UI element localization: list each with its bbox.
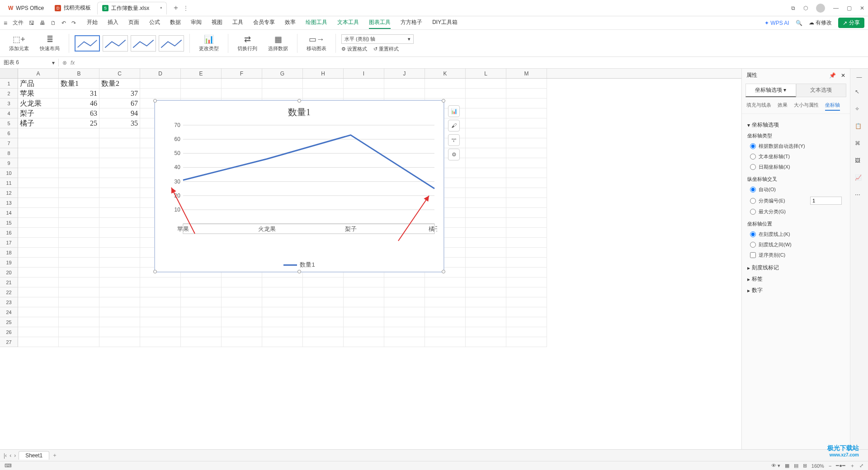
- section-axis-options[interactable]: ▾ 坐标轴选项: [747, 121, 844, 129]
- add-element-button[interactable]: ⬚+ 添加元素: [5, 34, 33, 52]
- window-icon[interactable]: ⧉: [791, 5, 795, 11]
- sheet-tab-1[interactable]: Sheet1: [19, 451, 49, 460]
- cell[interactable]: [384, 79, 425, 89]
- cell[interactable]: [59, 327, 99, 337]
- cell[interactable]: [99, 317, 140, 327]
- col-B[interactable]: B: [59, 69, 99, 78]
- row-header[interactable]: 4: [0, 108, 18, 118]
- cell[interactable]: [99, 307, 140, 317]
- cell[interactable]: [466, 148, 506, 158]
- cell[interactable]: [18, 287, 59, 297]
- cell[interactable]: [506, 238, 547, 248]
- tab-axis-options[interactable]: 坐标轴选项 ▾: [745, 84, 796, 97]
- tab-diy[interactable]: DIY工具箱: [432, 17, 458, 29]
- avatar[interactable]: [816, 4, 825, 13]
- cell[interactable]: [18, 148, 59, 158]
- cell[interactable]: [99, 218, 140, 228]
- cell[interactable]: [99, 337, 140, 347]
- cell[interactable]: [18, 268, 59, 277]
- change-type-button[interactable]: 📊 更改类型: [195, 34, 222, 52]
- tab-draw-tools[interactable]: 绘图工具: [306, 17, 327, 29]
- row-header[interactable]: 23: [0, 297, 18, 307]
- cell[interactable]: [140, 307, 181, 317]
- row-header[interactable]: 6: [0, 128, 18, 138]
- cell[interactable]: [262, 277, 303, 287]
- cell[interactable]: [222, 337, 262, 347]
- cell[interactable]: [59, 277, 99, 287]
- cell[interactable]: [466, 178, 506, 188]
- cancel-fx-icon[interactable]: ⊗: [62, 60, 67, 66]
- col-K[interactable]: K: [425, 69, 466, 78]
- cell[interactable]: [506, 327, 547, 337]
- cell[interactable]: [466, 188, 506, 198]
- tab-start[interactable]: 开始: [87, 17, 98, 29]
- cell[interactable]: [181, 277, 222, 287]
- chart-icon[interactable]: 📈: [855, 174, 864, 183]
- row-header[interactable]: 27: [0, 337, 18, 347]
- cell[interactable]: [466, 228, 506, 238]
- cell[interactable]: [262, 297, 303, 307]
- cell[interactable]: [344, 89, 384, 99]
- row-header[interactable]: 26: [0, 327, 18, 337]
- tab-template[interactable]: D 找稻壳模板: [50, 2, 95, 14]
- col-E[interactable]: E: [181, 69, 222, 78]
- cell[interactable]: [99, 297, 140, 307]
- subtab-effect[interactable]: 效果: [778, 102, 788, 111]
- sheet-prev-icon[interactable]: ‹: [9, 452, 11, 459]
- row-header[interactable]: 13: [0, 198, 18, 208]
- cell[interactable]: [466, 108, 506, 118]
- cell[interactable]: [425, 297, 466, 307]
- cell[interactable]: [506, 248, 547, 258]
- col-J[interactable]: J: [384, 69, 425, 78]
- row-header[interactable]: 1: [0, 79, 18, 89]
- cross-cat-input[interactable]: [810, 197, 842, 205]
- radio-auto-select[interactable]: 根据数据自动选择(Y): [747, 141, 844, 151]
- cell[interactable]: [222, 327, 262, 337]
- cell[interactable]: [181, 327, 222, 337]
- cell[interactable]: [466, 158, 506, 168]
- set-format-button[interactable]: ⚙ 设置格式: [341, 46, 367, 52]
- cell[interactable]: [18, 188, 59, 198]
- cell[interactable]: [506, 198, 547, 208]
- chart-style-4[interactable]: [159, 35, 184, 52]
- cell[interactable]: [344, 297, 384, 307]
- cell[interactable]: [506, 268, 547, 277]
- row-header[interactable]: 11: [0, 178, 18, 188]
- cell[interactable]: [303, 297, 344, 307]
- cell[interactable]: [99, 198, 140, 208]
- cell[interactable]: [222, 287, 262, 297]
- cell[interactable]: [466, 128, 506, 138]
- cell[interactable]: [506, 178, 547, 188]
- cell[interactable]: [18, 228, 59, 238]
- maximize-icon[interactable]: ▢: [847, 5, 852, 11]
- cell[interactable]: [99, 258, 140, 268]
- cell[interactable]: [181, 337, 222, 347]
- sheet-first-icon[interactable]: |‹: [4, 452, 7, 459]
- radio-cross-auto[interactable]: 自动(O): [747, 184, 844, 195]
- tab-page[interactable]: 页面: [128, 17, 139, 29]
- cell[interactable]: [222, 297, 262, 307]
- cell[interactable]: [466, 238, 506, 248]
- cell[interactable]: [384, 297, 425, 307]
- cell[interactable]: [425, 79, 466, 89]
- cell[interactable]: [506, 138, 547, 148]
- cell[interactable]: [425, 307, 466, 317]
- cell[interactable]: [466, 287, 506, 297]
- cell[interactable]: [59, 148, 99, 158]
- view-normal-icon[interactable]: ▦: [785, 463, 789, 469]
- cell[interactable]: [344, 317, 384, 327]
- cell[interactable]: [18, 178, 59, 188]
- chart-title[interactable]: 数量1: [155, 101, 443, 118]
- col-C[interactable]: C: [99, 69, 140, 78]
- reset-style-button[interactable]: ↺ 重置样式: [373, 46, 399, 52]
- cell[interactable]: [140, 89, 181, 99]
- cell[interactable]: [384, 317, 425, 327]
- cell[interactable]: [506, 79, 547, 89]
- cell[interactable]: [18, 277, 59, 287]
- share-button[interactable]: ↗ 分享: [838, 18, 864, 28]
- cell[interactable]: [466, 307, 506, 317]
- cell[interactable]: [59, 138, 99, 148]
- cell[interactable]: [59, 158, 99, 168]
- cell[interactable]: [466, 248, 506, 258]
- menu-hamburger-icon[interactable]: ≡: [4, 19, 7, 27]
